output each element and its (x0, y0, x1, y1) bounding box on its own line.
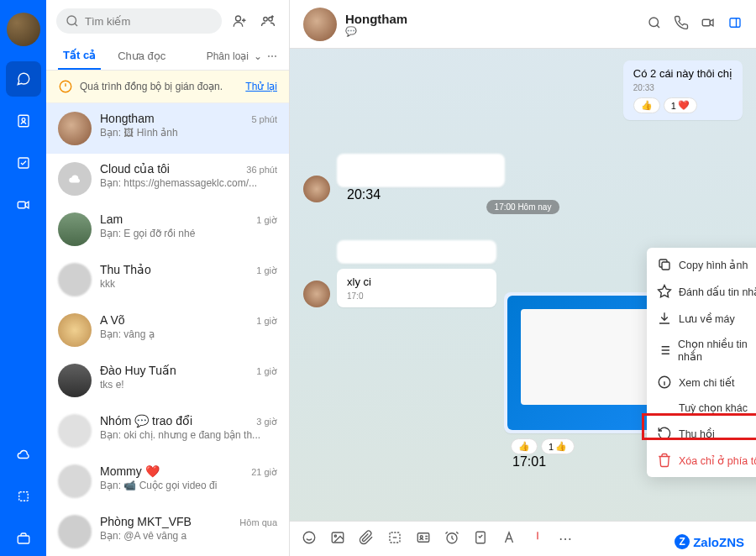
menu-detail[interactable]: Xem chi tiết (647, 369, 756, 396)
nav-contacts-icon[interactable] (6, 103, 41, 139)
menu-more-options[interactable]: Tuỳ chọn khác› (647, 396, 756, 420)
priority-icon[interactable] (530, 530, 545, 548)
menu-delete-for-me[interactable]: Xóa chỉ ở phía tôi (647, 447, 756, 474)
avatar (58, 212, 92, 246)
conv-snippet: Bạn: oki chị. nhưng e đang bận th... (100, 429, 277, 441)
conversation-item[interactable]: Thu Thảo1 giờkkk (46, 254, 289, 305)
svg-point-1 (22, 118, 25, 122)
menu-recall[interactable]: Thu hồi (647, 420, 756, 447)
header-video-icon[interactable] (701, 15, 716, 34)
conv-time: 1 giờ (256, 215, 277, 226)
conversation-item[interactable]: Phòng MKT_VFBHôm quaBạn: @A vê vâng a (46, 506, 289, 556)
task-icon[interactable] (473, 530, 488, 548)
conv-name: Cloud của tôi (100, 162, 170, 176)
conv-time: 21 giờ (251, 467, 277, 478)
sticker-icon[interactable] (302, 530, 317, 548)
search-input[interactable]: Tìm kiếm (56, 8, 222, 34)
conv-snippet: Bạn: https://ghemassageklc.com/... (100, 177, 277, 189)
header-panel-icon[interactable] (727, 15, 743, 34)
chat-avatar[interactable] (303, 8, 337, 41)
conv-time: 5 phút (251, 114, 277, 124)
react-count[interactable]: 1 👍 (541, 438, 575, 454)
create-group-icon[interactable] (257, 10, 279, 32)
chat-subtitle: 💬 (345, 26, 407, 37)
react-count[interactable]: 1 ❤️ (664, 97, 697, 113)
conversation-item[interactable]: Cloud của tôi36 phútBạn: https://ghemass… (46, 154, 289, 204)
message-bubble[interactable] (337, 240, 496, 264)
more-icon[interactable]: ⋯ (267, 50, 277, 62)
conv-snippet: tks e! (100, 379, 277, 391)
sidebar: Tìm kiếm Tất cả Chưa đọc Phân loại ⌄ ⋯ Q… (46, 0, 290, 556)
brand-logo: Z ZaloZNS (675, 534, 744, 549)
message-time: 20:33 (633, 83, 732, 92)
chevron-down-icon[interactable]: ⌄ (254, 50, 262, 62)
react-like-button[interactable]: 👍 (511, 438, 538, 454)
nav-snippet-icon[interactable] (6, 479, 41, 514)
nav-video-icon[interactable] (6, 187, 41, 223)
screenshot-icon[interactable] (387, 530, 402, 548)
nav-todo-icon[interactable] (6, 145, 41, 181)
avatar (58, 364, 92, 397)
svg-point-11 (649, 18, 659, 27)
menu-save[interactable]: Lưu về máy (647, 305, 756, 332)
sync-text: Quá trình đồng bộ bị gián đoạn. (80, 81, 223, 92)
nav-rail (0, 0, 46, 556)
message-time: 17:0 (347, 291, 486, 301)
contact-card-icon[interactable] (416, 530, 431, 548)
menu-star-message[interactable]: Đánh dấu tin nhắn (647, 278, 756, 305)
format-icon[interactable] (501, 530, 517, 548)
message-image-bubble[interactable] (337, 154, 505, 187)
image-icon[interactable] (330, 530, 345, 548)
header-call-icon[interactable] (674, 15, 689, 34)
nav-briefcase-icon[interactable] (6, 521, 41, 556)
conv-name: Đào Huy Tuấn (100, 364, 176, 377)
tab-all[interactable]: Tất cả (58, 42, 101, 70)
header-search-icon[interactable] (647, 15, 662, 34)
tab-unread[interactable]: Chưa đọc (113, 43, 171, 69)
attach-icon[interactable] (359, 530, 374, 548)
sync-retry-link[interactable]: Thử lại (245, 81, 277, 92)
conv-name: Thu Thảo (100, 263, 151, 276)
my-avatar[interactable] (7, 13, 40, 46)
conversation-item[interactable]: Hongtham5 phútBạn: 🖼 Hình ảnh (46, 103, 289, 154)
conv-time: 1 giờ (256, 316, 277, 327)
add-friend-icon[interactable] (228, 10, 250, 32)
message-avatar (303, 176, 330, 202)
message-bubble[interactable]: Có 2 cái này thôi chị 20:33 👍 1 ❤️ (623, 60, 743, 120)
nav-messages-icon[interactable] (6, 61, 41, 97)
conversation-item[interactable]: Lam1 giờBạn: E gọi đỡ rồi nhé (46, 204, 289, 254)
sync-warning-icon (58, 79, 73, 94)
svg-rect-3 (18, 202, 25, 208)
conversation-item[interactable]: Mommy ❤️21 giờBạn: 📹 Cuộc gọi video đi (46, 456, 289, 506)
conversation-item[interactable]: A Võ1 giờBạn: vâng ạ (46, 305, 289, 355)
avatar (58, 263, 92, 296)
conv-snippet: kkk (100, 278, 277, 290)
conversation-item[interactable]: Đào Huy Tuấn1 giờtks e! (46, 355, 289, 406)
conv-snippet: Bạn: 📹 Cuộc gọi video đi (100, 480, 277, 491)
conversation-item[interactable]: Nhóm 💬 trao đổi3 giờBạn: oki chị. nhưng … (46, 406, 289, 456)
svg-rect-13 (730, 18, 740, 27)
conv-snippet: Bạn: vâng ạ (100, 328, 277, 340)
avatar (58, 313, 92, 347)
conv-name: Phòng MKT_VFB (100, 515, 192, 528)
menu-copy-image[interactable]: Copy hình ảnh (647, 251, 756, 278)
conv-time: 3 giờ (256, 417, 277, 427)
menu-multi-select[interactable]: Chọn nhiều tin nhắn (647, 332, 756, 369)
conv-name: Hongtham (100, 112, 155, 125)
svg-rect-12 (702, 19, 710, 26)
avatar (58, 515, 92, 548)
avatar (58, 162, 92, 196)
svg-rect-5 (18, 536, 29, 543)
react-like-button[interactable]: 👍 (633, 97, 660, 113)
svg-rect-20 (417, 532, 429, 542)
filter-label[interactable]: Phân loại (207, 50, 249, 62)
nav-cloud-icon[interactable] (6, 437, 41, 472)
svg-point-8 (264, 18, 268, 22)
message-bubble[interactable]: xly ci 17:0 (337, 269, 496, 307)
conv-time: 36 phút (246, 165, 277, 175)
message-avatar (303, 281, 330, 307)
more-composer-icon[interactable]: ⋯ (559, 531, 572, 547)
svg-point-18 (334, 535, 336, 537)
reminder-icon[interactable] (444, 530, 459, 548)
svg-rect-4 (18, 492, 28, 501)
